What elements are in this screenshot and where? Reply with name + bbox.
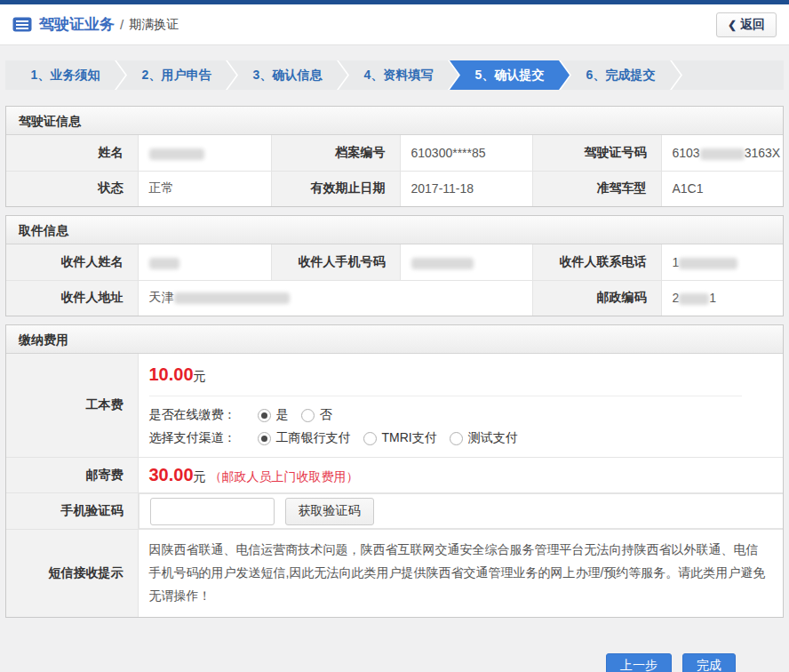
captcha-cell: 获取验证码 — [139, 493, 784, 529]
finish-button[interactable]: 完成 — [682, 653, 736, 672]
fee-cell: 10.00元 是否在线缴费： 是 否 选择支付渠道： 工商银行支付 — [138, 354, 783, 458]
captcha-input[interactable] — [150, 498, 275, 525]
phone-label: 收件人联系电话 — [532, 244, 661, 280]
breadcrumb-current: 期满换证 — [129, 17, 179, 33]
channel-icbc-label[interactable]: 工商银行支付 — [276, 430, 351, 446]
mobile-value — [400, 244, 532, 280]
file-no-label: 档案编号 — [271, 135, 400, 171]
pay-channel-row: 选择支付渠道： 工商银行支付 TMRI支付 测试支付 — [149, 430, 769, 446]
fee-unit: 元 — [194, 369, 206, 383]
table-row: 工本费 10.00元 是否在线缴费： 是 否 选择支付渠道： — [6, 354, 783, 458]
postage-label: 邮寄费 — [6, 458, 138, 493]
sms-hint-label: 短信接收提示 — [6, 530, 138, 617]
recipient-name-label: 收件人姓名 — [6, 244, 138, 280]
license-info-table: 姓名 档案编号 610300****85 驾驶证号码 61033163X 状态 … — [6, 135, 783, 206]
footer-actions: 上一步 完成 — [0, 653, 736, 672]
back-chevron-icon: ❮ — [728, 19, 737, 31]
recipient-name-value — [138, 244, 271, 280]
radio-channel-test[interactable] — [450, 432, 463, 445]
radio-online-yes[interactable] — [258, 409, 271, 422]
page: 驾驶证业务 / 期满换证 ❮ 返回 1、业务须知 2、用户申告 3、确认信息 4… — [0, 0, 789, 672]
pickup-info-title: 取件信息 — [6, 216, 783, 244]
redacted-phone — [679, 258, 737, 269]
page-title: 驾驶证业务 — [39, 14, 115, 35]
status-value: 正常 — [138, 171, 271, 206]
table-row: 邮寄费 30.00元 （邮政人员上门收取费用） — [6, 458, 783, 493]
redacted-address — [174, 292, 290, 304]
phone-value: 1 — [661, 244, 783, 280]
table-row: 手机验证码 获取验证码 — [6, 493, 783, 530]
postage-amount: 30.00 — [149, 465, 194, 484]
file-no-value: 610300****85 — [400, 135, 532, 171]
table-row: 姓名 档案编号 610300****85 驾驶证号码 61033163X — [6, 135, 783, 171]
name-value — [138, 135, 271, 171]
form-list-icon — [12, 17, 32, 32]
sms-hint-text: 因陕西省联通、电信运营商技术问题，陕西省互联网交通安全综合服务管理平台无法向持陕… — [138, 530, 783, 617]
pay-channel-label: 选择支付渠道： — [149, 430, 236, 446]
channel-tmri-label[interactable]: TMRI支付 — [382, 430, 437, 446]
license-no-value: 61033163X — [661, 135, 783, 171]
license-info-title: 驾驶证信息 — [6, 107, 783, 135]
name-label: 姓名 — [6, 135, 138, 171]
channel-test-label[interactable]: 测试支付 — [468, 430, 518, 446]
prev-step-button[interactable]: 上一步 — [606, 653, 672, 672]
step-2[interactable]: 2、用户申告 — [116, 60, 236, 90]
stepbar-filler — [672, 60, 784, 90]
table-row: 状态 正常 有效期止日期 2017-11-18 准驾车型 A1C1 — [6, 171, 783, 206]
expiry-label: 有效期止日期 — [271, 171, 400, 206]
payment-table: 工本费 10.00元 是否在线缴费： 是 否 选择支付渠道： — [6, 354, 783, 617]
online-no-label[interactable]: 否 — [320, 407, 332, 423]
license-no-label: 驾驶证号码 — [532, 135, 661, 171]
redacted-license-digits — [700, 148, 745, 160]
postage-cell: 30.00元 （邮政人员上门收取费用） — [138, 458, 783, 493]
breadcrumb-separator: / — [120, 17, 124, 32]
online-yes-label[interactable]: 是 — [276, 407, 289, 423]
postcode-value: 21 — [661, 280, 783, 316]
payment-title: 缴纳费用 — [6, 325, 783, 354]
step-4[interactable]: 4、资料填写 — [339, 60, 458, 90]
pickup-info-table: 收件人姓名 收件人手机号码 收件人联系电话 1 收件人地址 天津 邮政编码 21 — [6, 244, 783, 316]
radio-channel-tmri[interactable] — [363, 432, 377, 445]
step-3[interactable]: 3、确认信息 — [227, 60, 347, 90]
postage-unit: 元 — [194, 469, 206, 484]
get-captcha-button[interactable]: 获取验证码 — [285, 498, 374, 525]
online-pay-row: 是否在线缴费： 是 否 — [149, 407, 769, 423]
redacted-mobile — [411, 258, 474, 269]
payment-panel: 缴纳费用 工本费 10.00元 是否在线缴费： 是 否 — [5, 324, 784, 618]
license-info-panel: 驾驶证信息 姓名 档案编号 610300****85 驾驶证号码 6103316… — [5, 106, 784, 207]
radio-online-no[interactable] — [301, 409, 315, 422]
radio-channel-icbc[interactable] — [258, 432, 271, 445]
table-row: 收件人地址 天津 邮政编码 21 — [6, 280, 783, 316]
fee-amount: 10.00 — [149, 364, 194, 384]
online-pay-label: 是否在线缴费： — [149, 407, 236, 423]
table-row: 收件人姓名 收件人手机号码 收件人联系电话 1 — [6, 244, 783, 280]
address-value: 天津 — [138, 280, 532, 316]
fee-label: 工本费 — [6, 354, 138, 458]
redacted-postcode — [679, 293, 709, 305]
page-header: 驾驶证业务 / 期满换证 ❮ 返回 — [0, 4, 789, 45]
back-button-label: 返回 — [740, 17, 765, 33]
captcha-label: 手机验证码 — [6, 493, 138, 530]
table-row: 短信接收提示 因陕西省联通、电信运营商技术问题，陕西省互联网交通安全综合服务管理… — [6, 530, 783, 617]
expiry-value: 2017-11-18 — [400, 171, 532, 206]
address-label: 收件人地址 — [6, 280, 138, 316]
wizard-steps: 1、业务须知 2、用户申告 3、确认信息 4、资料填写 5、确认提交 6、完成提… — [5, 60, 784, 90]
postcode-label: 邮政编码 — [532, 280, 661, 316]
step-1[interactable]: 1、业务须知 — [5, 60, 125, 90]
redacted-recipient-name — [149, 258, 179, 269]
pickup-info-panel: 取件信息 收件人姓名 收件人手机号码 收件人联系电话 1 收件人地址 天津 邮政… — [5, 215, 784, 316]
step-6[interactable]: 6、完成提交 — [561, 60, 681, 90]
back-button[interactable]: ❮ 返回 — [716, 12, 777, 37]
postage-note: （邮政人员上门收取费用） — [209, 469, 358, 484]
vehicle-value: A1C1 — [661, 171, 783, 206]
step-5-active[interactable]: 5、确认提交 — [450, 60, 570, 90]
fee-amount-line: 10.00元 — [149, 364, 743, 396]
status-label: 状态 — [6, 171, 138, 206]
mobile-label: 收件人手机号码 — [271, 244, 400, 280]
vehicle-label: 准驾车型 — [532, 171, 661, 206]
redacted-name — [149, 148, 204, 160]
